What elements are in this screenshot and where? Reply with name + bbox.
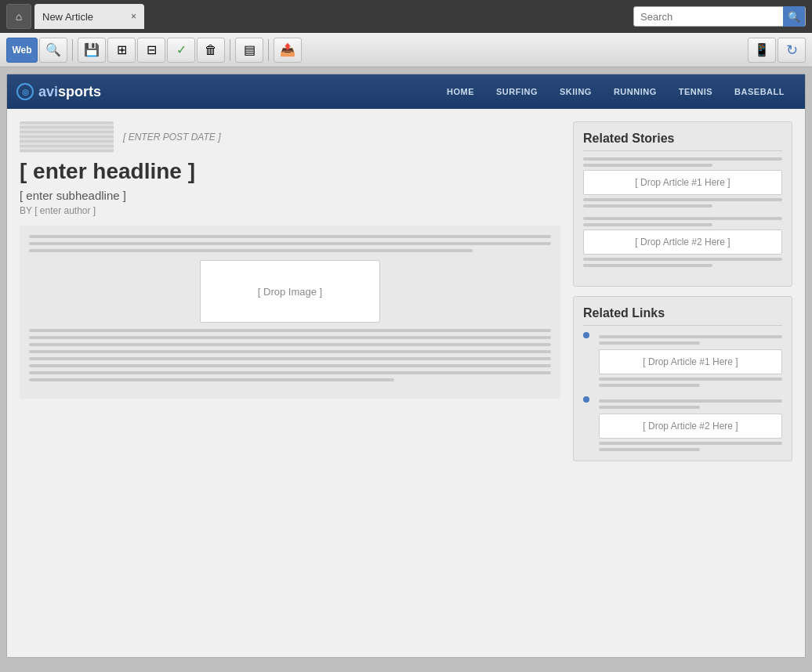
drop-article-zone-2[interactable]: [ Drop Article #2 Here ] — [583, 229, 782, 255]
check-button[interactable]: ✓ — [167, 38, 195, 63]
nav-skiing[interactable]: SKIING — [549, 87, 603, 96]
body-line — [29, 329, 551, 332]
article-meta: [ ENTER POST DATE ] — [20, 121, 560, 153]
links-line — [599, 448, 700, 451]
byline-author[interactable]: [ enter author ] — [34, 205, 96, 216]
trash-icon: 🗑 — [205, 43, 217, 57]
body-line — [29, 350, 551, 353]
separator-2 — [230, 39, 230, 61]
tab-close-button[interactable]: × — [131, 11, 136, 22]
related-stories-section: Related Stories [ Drop Article #1 Here ] — [573, 121, 792, 287]
nav-running[interactable]: RUNNING — [603, 87, 668, 96]
site-logo: ◎ avisports — [16, 83, 101, 100]
logo-sports: sports — [58, 84, 101, 100]
links-line — [599, 378, 782, 381]
save-button[interactable]: 💾 — [78, 38, 106, 63]
related-story-2: [ Drop Article #2 Here ] — [583, 217, 782, 267]
home-button[interactable]: ⌂ — [6, 4, 31, 29]
related-links-section: Related Links [ Drop Article #1 Here ] — [573, 296, 792, 461]
related-line — [583, 217, 782, 220]
article-headline[interactable]: [ enter headline ] — [20, 159, 560, 184]
article-subheadline[interactable]: [ enter subheadline ] — [20, 189, 560, 202]
separator-3 — [268, 39, 269, 61]
refresh-icon: ↻ — [786, 42, 798, 59]
browser-window: ◎ avisports HOME SURFING SKIING RUNNING … — [6, 74, 806, 658]
links-line — [599, 341, 700, 345]
mobile-view-button[interactable]: 📱 — [748, 38, 776, 63]
drop-link-zone-1[interactable]: [ Drop Article #1 Here ] — [599, 349, 782, 374]
related-lines — [583, 198, 782, 208]
search-tool-button[interactable]: 🔍 — [39, 38, 67, 63]
body-line — [29, 378, 394, 381]
article-thumbnail-placeholder — [20, 121, 114, 153]
related-line — [583, 198, 782, 201]
drop-link-1-label: [ Drop Article #1 Here ] — [643, 356, 738, 367]
links-lines-2 — [599, 399, 782, 409]
trash-button[interactable]: 🗑 — [197, 38, 225, 63]
related-line — [583, 258, 782, 261]
nav-tennis[interactable]: TENNIS — [668, 87, 723, 96]
article-body: [ Drop Image ] — [20, 226, 560, 399]
body-line — [29, 249, 473, 252]
search-input[interactable] — [634, 11, 783, 23]
links-line — [599, 335, 782, 338]
links-line — [599, 384, 700, 387]
web-view-button[interactable]: Web — [6, 38, 38, 63]
related-links-title: Related Links — [583, 306, 782, 326]
article-date[interactable]: [ ENTER POST DATE ] — [123, 132, 220, 143]
active-tab[interactable]: New Article × — [34, 4, 144, 29]
body-line — [29, 336, 551, 339]
related-lines — [583, 157, 782, 167]
related-line — [583, 204, 712, 208]
related-stories-title: Related Stories — [583, 132, 782, 151]
related-line — [583, 223, 712, 226]
related-lines — [583, 217, 782, 226]
related-line — [583, 264, 712, 267]
logo-icon: ◎ — [16, 83, 34, 100]
drop-link-2-label: [ Drop Article #2 Here ] — [643, 421, 738, 432]
links-lines-1 — [599, 335, 782, 345]
site-navigation: ◎ avisports HOME SURFING SKIING RUNNING … — [7, 74, 805, 109]
article-main: [ ENTER POST DATE ] [ enter headline ] [… — [20, 121, 560, 645]
drop-article-2-label: [ Drop Article #2 Here ] — [635, 237, 730, 247]
logo-avi: avi — [38, 84, 58, 100]
body-line — [29, 364, 551, 367]
related-story-1: [ Drop Article #1 Here ] — [583, 157, 782, 208]
links-lines-1-bottom — [599, 378, 782, 387]
drop-image-zone[interactable]: [ Drop Image ] — [200, 260, 380, 323]
related-line — [583, 157, 782, 161]
home-icon: ⌂ — [16, 10, 22, 23]
search-button[interactable]: 🔍 — [783, 6, 805, 27]
bullet-dot-1 — [583, 332, 589, 338]
nav-surfing[interactable]: SURFING — [485, 87, 549, 96]
preview-icon: ▤ — [244, 42, 256, 57]
check-icon: ✓ — [176, 42, 187, 57]
grid-button[interactable]: ⊞ — [107, 38, 136, 63]
drop-link-zone-2[interactable]: [ Drop Article #2 Here ] — [599, 414, 782, 439]
drop-article-zone-1[interactable]: [ Drop Article #1 Here ] — [583, 170, 782, 195]
links-lines-2-bottom — [599, 442, 782, 451]
related-lines — [583, 258, 782, 267]
body-lines-bottom — [29, 329, 551, 381]
search-tool-icon: 🔍 — [45, 42, 61, 57]
body-lines-top — [29, 235, 551, 252]
drop-image-label: [ Drop Image ] — [258, 286, 322, 298]
bullet-dot-2 — [583, 396, 589, 403]
upload-icon: 📤 — [280, 42, 295, 57]
links-line — [599, 442, 782, 445]
toolbar: Web 🔍 💾 ⊞ ⊟ ✓ 🗑 ▤ 📤 📱 ↻ — [0, 33, 812, 67]
preview-button[interactable]: ▤ — [235, 38, 263, 63]
main-wrapper: ◎ avisports HOME SURFING SKIING RUNNING … — [0, 67, 812, 672]
nav-home[interactable]: HOME — [436, 87, 485, 96]
refresh-button[interactable]: ↻ — [778, 38, 806, 63]
save-icon: 💾 — [84, 42, 100, 57]
layout-button[interactable]: ⊟ — [137, 38, 165, 63]
upload-button[interactable]: 📤 — [274, 38, 302, 63]
nav-baseball[interactable]: BASEBALL — [723, 87, 796, 96]
grid-icon: ⊞ — [117, 42, 127, 57]
related-line — [583, 164, 712, 167]
nav-items: HOME SURFING SKIING RUNNING TENNIS BASEB… — [436, 87, 796, 96]
content-area: [ ENTER POST DATE ] [ enter headline ] [… — [7, 109, 805, 657]
separator-1 — [72, 39, 73, 61]
article-sidebar: Related Stories [ Drop Article #1 Here ] — [573, 121, 792, 645]
